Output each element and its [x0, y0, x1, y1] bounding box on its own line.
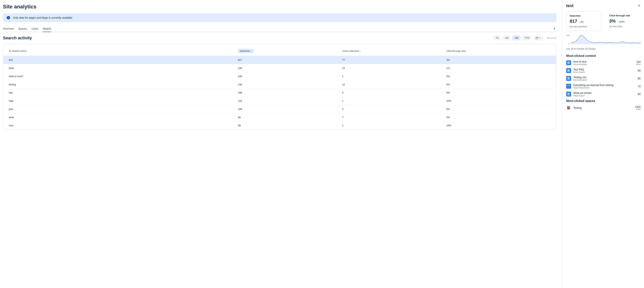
blog-icon: ””: [566, 84, 571, 89]
sort-icon: ↓: [466, 50, 467, 52]
col-users-searched[interactable]: Users searched ↓: [342, 49, 446, 53]
col-ctr[interactable]: Click-through rate ↓: [446, 49, 550, 53]
main-panel: Site analytics i Only data for pages and…: [0, 0, 562, 288]
content-title: Everything we learned from testing: [573, 84, 636, 87]
page-icon: [566, 92, 571, 97]
cell-term: hello: [9, 67, 238, 69]
cell-users: 12: [342, 83, 446, 86]
content-title: Testing 101: [573, 76, 636, 79]
sparkline-chart: 200 0: [566, 34, 641, 46]
details-panel: test Searches 817 ↓ 8% No new searches C…: [562, 0, 644, 288]
tab-spaces[interactable]: Spaces: [18, 26, 27, 32]
content-space: FAQs Space: [573, 71, 636, 73]
cell-users: 1: [342, 100, 446, 102]
tabs: Overview Spaces Users Search ?: [3, 26, 556, 32]
content-space: FAQs Space: [573, 94, 636, 97]
spaces-list: 📓Testing1432clicks: [566, 105, 641, 110]
cell-ctr: 0%: [446, 75, 550, 78]
content-list: How to testDocumentation104clicksTest FA…: [566, 60, 641, 97]
page-icon: [566, 60, 571, 65]
table-row[interactable]: what6073%: [3, 113, 556, 121]
reset-all[interactable]: Reset all: [547, 36, 556, 39]
most-clicked-spaces-title: Most-clicked spaces: [566, 99, 641, 103]
content-title: How to test: [573, 60, 634, 63]
close-icon: [638, 4, 641, 7]
content-item[interactable]: ””Everything we learned from testingTeam…: [566, 84, 641, 89]
table-row[interactable]: yolo10620%: [3, 105, 556, 113]
pill-ytd[interactable]: YTD: [522, 35, 532, 40]
col-searches[interactable]: Searches ↓: [238, 49, 342, 53]
metrics: Searches 817 ↓ 8% No new searches Click-…: [566, 11, 641, 31]
metric-ctr: Click-through rate 3% ↑ 250% 10 new clic…: [606, 11, 641, 31]
table-row[interactable]: hello249231%: [3, 64, 556, 72]
metric-searches: Searches 817 ↓ 8% No new searches: [566, 11, 602, 31]
cell-term: yolo: [9, 108, 238, 111]
content-item[interactable]: How to testDocumentation104clicks: [566, 60, 641, 65]
content-item[interactable]: Test FAQFAQs Space90: [566, 68, 641, 73]
col-search-terms[interactable]: Search terms: [9, 49, 238, 53]
svg-point-1: [9, 50, 10, 51]
y-tick-0: 0: [568, 42, 569, 44]
content-item[interactable]: What we testedFAQs Space60: [566, 92, 641, 97]
search-icon: [9, 50, 12, 52]
info-banner: i Only data for pages and blogs is curre…: [3, 13, 556, 22]
content-space: Documentation: [573, 79, 636, 81]
cell-users: 7: [342, 116, 446, 119]
table-row[interactable]: moo56116%: [3, 121, 556, 130]
table-header: Search terms Searches ↓ Users searched ↓…: [3, 49, 556, 56]
content-item[interactable]: Testing 101Documentation80: [566, 76, 641, 81]
page-icon: [566, 68, 571, 73]
pill-1m[interactable]: 1M: [502, 35, 511, 40]
content-space: Team Clementine: [573, 87, 636, 89]
cell-ctr: 3%: [446, 58, 550, 61]
banner-text: Only data for pages and blogs is current…: [13, 16, 72, 19]
cell-ctr: 0%: [446, 91, 550, 94]
cell-users: 2: [342, 108, 446, 111]
delta-up: ↑ 250%: [617, 20, 624, 23]
content-title: What we tested: [573, 92, 636, 94]
space-item[interactable]: 📓Testing1432clicks: [566, 105, 641, 110]
content-count: 60: [638, 93, 641, 96]
space-unit: clicks: [635, 108, 641, 110]
cell-searches: 60: [238, 116, 342, 119]
chevron-down-icon: [539, 37, 541, 39]
section-header: Search activity 7D 1M 3M YTD Reset all: [3, 35, 556, 40]
y-tick-200: 200: [566, 34, 570, 36]
content-count: 104: [636, 60, 641, 63]
time-range-pills: 7D 1M 3M YTD: [493, 35, 544, 40]
cell-searches: 817: [238, 58, 342, 61]
table-row[interactable]: halp115110%: [3, 97, 556, 105]
cell-ctr: 16%: [446, 124, 550, 127]
table-row[interactable]: test817773%: [3, 56, 556, 64]
delta-down: ↓ 8%: [579, 21, 584, 23]
tab-users[interactable]: Users: [32, 26, 38, 32]
calendar-icon: [536, 37, 538, 39]
tab-search[interactable]: Search: [43, 26, 51, 32]
tab-overview[interactable]: Overview: [3, 26, 14, 32]
pill-calendar[interactable]: [533, 36, 544, 40]
date-range: July 18 to October 18 (Today): [566, 47, 641, 50]
info-icon: i: [7, 16, 10, 19]
pill-3m[interactable]: 3M: [512, 35, 521, 40]
cell-term: moo: [9, 124, 238, 127]
table-row[interactable]: hey15820%: [3, 89, 556, 97]
content-title: Test FAQ: [573, 68, 636, 71]
cell-searches: 106: [238, 108, 342, 111]
cell-users: 2: [342, 91, 446, 94]
help-icon[interactable]: ?: [552, 27, 556, 30]
most-clicked-content-title: Most-clicked content: [566, 54, 641, 58]
cell-users: 77: [342, 58, 446, 61]
table-row[interactable]: testing236120%: [3, 80, 556, 89]
cell-term: what is rovo?: [9, 75, 238, 78]
cell-ctr: 1%: [446, 67, 550, 69]
cell-users: 1: [342, 124, 446, 127]
cell-users: 23: [342, 67, 446, 69]
cell-term: halp: [9, 100, 238, 102]
content-count: 80: [638, 77, 641, 80]
cell-searches: 248: [238, 75, 342, 78]
cell-term: test: [9, 58, 238, 61]
cell-term: hey: [9, 91, 238, 94]
close-button[interactable]: [638, 4, 641, 8]
table-row[interactable]: what is rovo?24810%: [3, 72, 556, 80]
pill-7d[interactable]: 7D: [493, 35, 502, 40]
